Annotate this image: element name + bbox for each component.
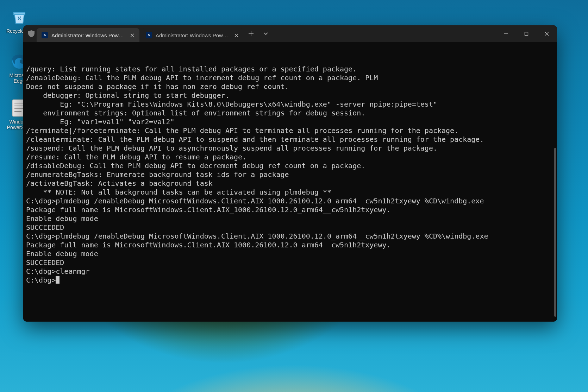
recycle-bin-icon (10, 8, 29, 27)
tab-label: Administrator: Windows PowerShell (51, 32, 125, 38)
terminal-line: Package full name is MicrosoftWindows.Cl… (26, 241, 554, 249)
admin-shield-icon (26, 25, 37, 42)
svg-rect-6 (525, 32, 528, 36)
terminal-line: /activateBgTask: Activates a background … (26, 179, 554, 188)
terminal-line: /enableDebug: Call the PLM debug API to … (26, 74, 554, 82)
terminal-line: /terminate|/forceterminate: Call the PLM… (26, 126, 554, 135)
tab-label: Administrator: Windows PowerShell (156, 32, 230, 38)
titlebar-drag-region[interactable] (273, 25, 496, 42)
new-tab-button[interactable] (244, 25, 258, 42)
terminal-line: /suspend: Call the PLM debug API to asyn… (26, 144, 554, 153)
terminal-line: Enable debug mode (26, 214, 554, 223)
terminal-line: Enable debug mode (26, 249, 554, 258)
powershell-icon: > (42, 32, 48, 38)
maximize-button[interactable] (516, 25, 537, 42)
terminal-line: Package full name is MicrosoftWindows.Cl… (26, 206, 554, 214)
minimize-button[interactable] (496, 25, 516, 42)
terminal-line: ** NOTE: Not all background tasks can be… (26, 188, 554, 197)
tab-dropdown-button[interactable] (258, 25, 273, 42)
titlebar[interactable]: > Administrator: Windows PowerShell > Ad… (23, 25, 557, 42)
terminal-line: SUCCEEDED (26, 223, 554, 232)
text-cursor (56, 276, 60, 284)
terminal-line: C:\dbg> (26, 276, 554, 285)
scrollbar-thumb[interactable] (554, 148, 556, 317)
terminal-output[interactable]: /query: List running states for all inst… (23, 42, 557, 322)
terminal-line: /query: List running states for all inst… (26, 65, 554, 74)
terminal-line: C:\dbg>plmdebug /enableDebug MicrosoftWi… (26, 197, 554, 206)
terminal-line: /enumerateBgTasks: Enumerate background … (26, 170, 554, 179)
terminal-line: C:\dbg>plmdebug /enableDebug MicrosoftWi… (26, 232, 554, 241)
powershell-icon: > (146, 32, 152, 38)
terminal-line: /cleanterminate: Call the PLM debug API … (26, 135, 554, 144)
tab-inactive[interactable]: > Administrator: Windows PowerShell (141, 28, 244, 42)
tab-active[interactable]: > Administrator: Windows PowerShell (37, 28, 139, 42)
window-close-button[interactable] (537, 25, 557, 42)
terminal-window: > Administrator: Windows PowerShell > Ad… (23, 25, 557, 322)
tab-close-button[interactable] (233, 32, 239, 38)
terminal-line: Eg: "var1=val1" "var2=val2" (26, 118, 554, 126)
terminal-line: environment strings: Optional list of en… (26, 109, 554, 118)
tab-strip: > Administrator: Windows PowerShell > Ad… (37, 25, 244, 42)
tab-close-button[interactable] (129, 32, 135, 38)
terminal-line: /resume: Call the PLM debug API to resum… (26, 153, 554, 162)
terminal-line: Eg: "C:\Program Files\Windows Kits\8.0\D… (26, 100, 554, 109)
terminal-line: SUCCEEDED (26, 258, 554, 267)
terminal-line: C:\dbg>cleanmgr (26, 267, 554, 276)
terminal-line: /disableDebug: Call the PLM debug API to… (26, 162, 554, 170)
terminal-line: debugger: Optional string to start debug… (26, 91, 554, 100)
terminal-line: Does not suspend a package if it has non… (26, 82, 554, 91)
desktop-wallpaper: Recycle Bin Microsoft Edge Windows Power… (0, 0, 588, 392)
